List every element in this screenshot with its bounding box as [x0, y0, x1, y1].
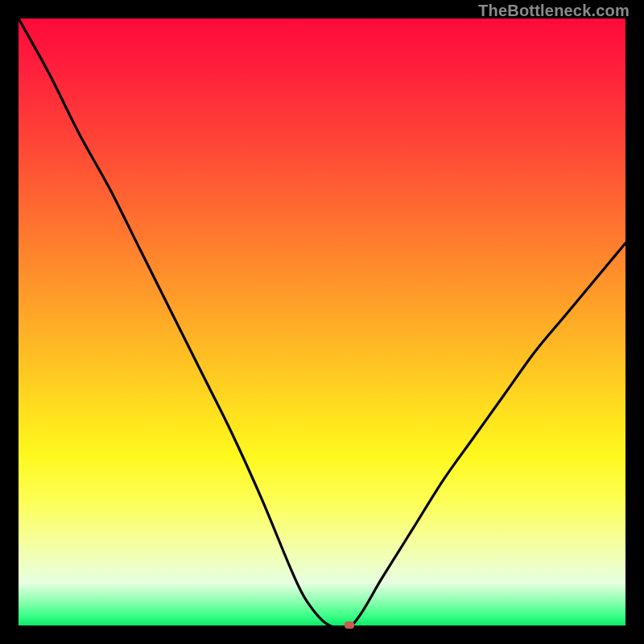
optimum-marker [345, 621, 354, 629]
plot-area [19, 19, 625, 625]
watermark-text: TheBottleneck.com [478, 2, 630, 20]
chart-frame: TheBottleneck.com [0, 0, 644, 644]
bottleneck-curve [19, 19, 625, 625]
